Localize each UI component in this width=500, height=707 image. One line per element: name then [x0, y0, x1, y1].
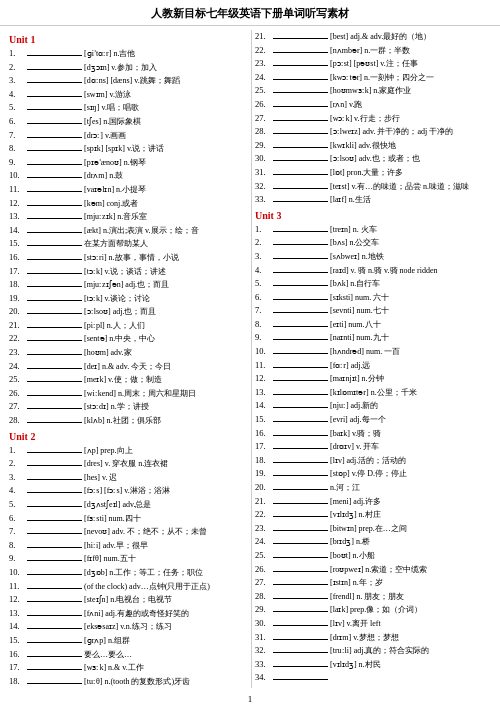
list-item: 9.[pɪəˈænoʊ] n.钢琴 [9, 156, 245, 169]
entry-definition: 在某方面帮助某人 [84, 238, 245, 250]
entry-blank-line [27, 164, 82, 165]
list-item: 21.[meni] adj.许多 [255, 495, 491, 508]
entry-number: 17. [9, 265, 27, 277]
list-item: 28.[klʌb] n.社团；俱乐部 [9, 414, 245, 427]
entry-number: 30. [255, 152, 273, 164]
entry-number: 16. [255, 427, 273, 439]
entry-number: 2. [255, 236, 273, 248]
entry-number: 29. [255, 603, 273, 615]
entry-definition: [ʌp] prep.向上 [84, 445, 245, 457]
list-item: 21.[best] adj.& adv.最好的（地） [255, 30, 491, 43]
entry-blank-line [273, 106, 328, 107]
entry-definition: [stɒp] v.停 D.停；停止 [330, 468, 491, 480]
entry-definition: [meni] adj.许多 [330, 496, 491, 508]
entry-blank-line [273, 285, 328, 286]
list-item: 3.[dɑːns] [dæns] v.跳舞；舞蹈 [9, 74, 245, 87]
list-item: 19.[tɔːk] v.谈论；讨论 [9, 292, 245, 305]
list-item: 7.[sevnti] num.七十 [255, 304, 491, 317]
unit1-title: Unit 1 [9, 34, 245, 45]
list-item: 8.[hiːi] adv.早；很早 [9, 539, 245, 552]
entry-definition: [kwɪkli] adv.很快地 [330, 140, 491, 152]
entry-number: 23. [255, 57, 273, 69]
entry-number: 3. [9, 471, 27, 483]
entry-number: 19. [9, 292, 27, 304]
entry-number: 15. [9, 237, 27, 249]
entry-blank-line [273, 421, 328, 422]
entry-definition: 要么…要么… [84, 649, 245, 661]
entry-number: 5. [255, 277, 273, 289]
list-item: 7.[nevoʊ] adv. 不；绝不；从不；未曾 [9, 525, 245, 538]
left-entries-unit2: 1.[ʌp] prep.向上2.[dres] v. 穿衣服 n.连衣裙3.[he… [9, 444, 245, 688]
entry-definition: [mjuːzɪk] n.音乐室 [84, 211, 245, 223]
entry-definition: [kəm] conj.或者 [84, 198, 245, 210]
entry-blank-line [27, 354, 82, 355]
entry-number: 4. [9, 88, 27, 100]
entry-number: 9. [255, 331, 273, 343]
entry-blank-line [27, 683, 82, 684]
entry-number: 2. [9, 457, 27, 469]
entry-blank-line [27, 492, 82, 493]
entry-number: 24. [255, 71, 273, 83]
entry-number: 27. [255, 112, 273, 124]
entry-number: 7. [9, 129, 27, 141]
entry-definition: [hoʊm] adv.家 [84, 347, 245, 359]
entry-number: 33. [255, 658, 273, 670]
entry-number: 27. [9, 400, 27, 412]
entry-number: 15. [255, 413, 273, 425]
entry-number: 21. [9, 319, 27, 331]
entry-number: 27. [255, 576, 273, 588]
entry-number: 10. [9, 566, 27, 578]
entry-number: 31. [255, 631, 273, 643]
list-item: 28.[frendl] n. 朋友；朋友 [255, 590, 491, 603]
entry-number: 16. [9, 648, 27, 660]
entry-number: 26. [9, 387, 27, 399]
entry-definition: [stɔːri] n.故事，事情，小说 [84, 252, 245, 264]
entry-number: 18. [255, 454, 273, 466]
entry-blank-line [27, 96, 82, 97]
list-item: 16.[stɔːri] n.故事，事情，小说 [9, 251, 245, 264]
list-item: 15.在某方面帮助某人 [9, 237, 245, 250]
entry-number: 8. [9, 539, 27, 551]
entry-number: 32. [255, 180, 273, 192]
entry-blank-line [273, 326, 328, 327]
entry-number: 11. [9, 183, 27, 195]
list-item: 16.要么…要么… [9, 648, 245, 661]
entry-blank-line [273, 489, 328, 490]
list-item: 19.[stɒp] v.停 D.停；停止 [255, 467, 491, 480]
entry-number: 4. [255, 264, 273, 276]
list-item: 4.[fɔːs] [fɔːs] v.淋浴；浴淋 [9, 484, 245, 497]
entry-number: 8. [9, 142, 27, 154]
entry-definition: [drɔː] v.画画 [84, 130, 245, 142]
entry-number: 34. [255, 671, 273, 683]
entry-definition: [swɪm] v.游泳 [84, 89, 245, 101]
list-item: 11.(of the clock) adv…点钟(只用于正点) [9, 580, 245, 593]
entry-blank-line [273, 503, 328, 504]
entry-blank-line [273, 79, 328, 80]
entry-definition: [pɔːst] [pəʊst] v.注；任事 [330, 58, 491, 70]
entry-number: 8. [255, 318, 273, 330]
list-item: 32.[truːli] adj.真的；符合实际的 [255, 644, 491, 657]
entry-definition: n.河；江 [330, 482, 491, 494]
entry-number: 15. [9, 634, 27, 646]
entry-number: 18. [9, 278, 27, 290]
entry-definition: [nevoʊ] adv. 不；绝不；从不；未曾 [84, 526, 245, 538]
entry-definition: [laɪk] prep.像；如（介词） [330, 604, 491, 616]
entry-definition: [fɑːr] adj.远 [330, 360, 491, 372]
entry-blank-line [273, 52, 328, 53]
list-item: 22.[sentə] n.中央，中心 [9, 332, 245, 345]
entry-blank-line [27, 422, 82, 423]
entry-blank-line [27, 615, 82, 616]
entry-number: 17. [9, 661, 27, 673]
entry-number: 12. [9, 197, 27, 209]
entry-number: 25. [255, 549, 273, 561]
entry-blank-line [273, 543, 328, 544]
list-item: 26.[wiːkend] n.周末；周六和星期日 [9, 387, 245, 400]
entry-definition: [pɪəˈænoʊ] n.钢琴 [84, 157, 245, 169]
entry-definition: [tʃes] n.国际象棋 [84, 116, 245, 128]
entry-number: 1. [9, 47, 27, 59]
list-item: 9.[fɪfθ] num.五十 [9, 552, 245, 565]
entry-number: 22. [255, 44, 273, 56]
entry-definition: [meɪk] v.使；做；制造 [84, 374, 245, 386]
list-item: 24.[brɪdʒ] n.桥 [255, 535, 491, 548]
entry-blank-line [273, 679, 328, 680]
